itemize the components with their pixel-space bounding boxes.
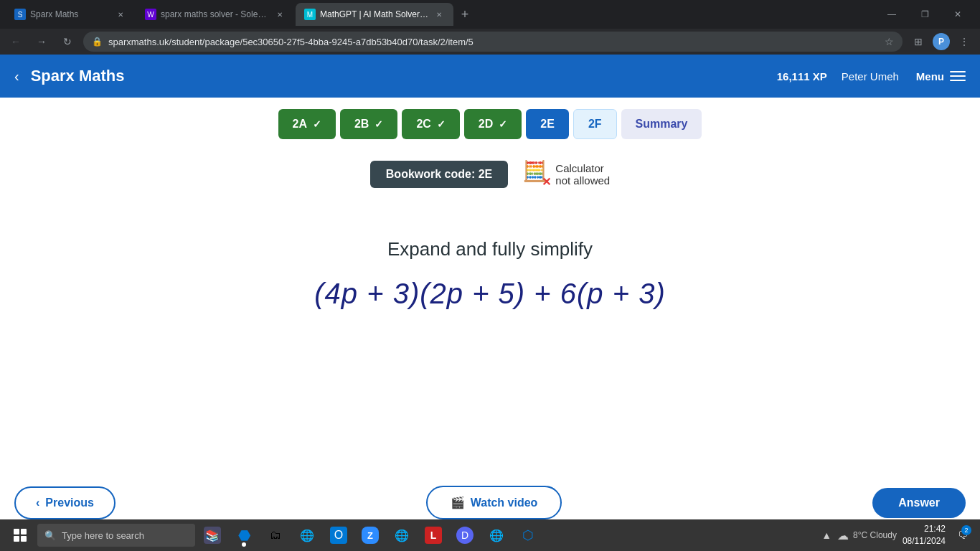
book-icon: 📚	[204, 527, 221, 544]
browser-tab-mathgpt[interactable]: M MathGPT | AI Math Solver & Ca... ✕	[296, 3, 453, 26]
taskbar-search[interactable]: 🔍 Type here to search	[37, 524, 195, 547]
hamburger-icon	[950, 71, 966, 81]
tab-2E[interactable]: 2E	[526, 109, 569, 139]
star-icon[interactable]: ☆	[885, 36, 894, 47]
clock-date: 08/11/2024	[903, 535, 946, 547]
calculator-status: Calculator not allowed	[555, 162, 610, 187]
chrome2-icon: 🌐	[393, 527, 410, 544]
content-area: Bookwork code: 2E 🧮 ✕ Calculator not all…	[0, 139, 980, 339]
taskbar-lastpass-item[interactable]: L	[419, 522, 448, 548]
taskbar-search-placeholder: Type here to search	[62, 530, 144, 541]
watch-video-label: Watch video	[471, 496, 538, 509]
tab-2A-label: 2A	[293, 118, 307, 131]
check-icon-2A: ✓	[313, 118, 321, 130]
windows-icon	[14, 529, 27, 542]
wifi-icon[interactable]: ▲	[821, 529, 831, 541]
not-allowed-label: not allowed	[555, 174, 610, 187]
tab-2C[interactable]: 2C ✓	[402, 109, 459, 139]
back-button[interactable]: ‹	[14, 68, 19, 85]
menu-button[interactable]: Menu	[916, 70, 966, 83]
tab-2B[interactable]: 2B ✓	[340, 109, 397, 139]
watch-video-button[interactable]: 🎬 Watch video	[426, 486, 562, 519]
task-tab-nav: 2A ✓ 2B ✓ 2C ✓ 2D ✓ 2E 2F Summary	[0, 98, 980, 139]
check-icon-2D: ✓	[499, 118, 507, 130]
taskbar-explorer-item[interactable]: 🗂	[261, 522, 290, 548]
answer-label: Answer	[898, 496, 940, 509]
more-options-button[interactable]: ⋮	[954, 32, 974, 52]
clock[interactable]: 21:42 08/11/2024	[903, 523, 946, 547]
browser-chrome: S Sparx Maths ✕ W sparx maths solver - S…	[0, 0, 980, 55]
xp-display: 16,111 XP	[777, 70, 827, 83]
notification-button[interactable]: 🗨 2	[951, 522, 974, 548]
bookwork-badge: Bookwork code: 2E	[370, 161, 508, 188]
weather-temp: 8°C Cloudy	[853, 530, 897, 540]
extensions-button[interactable]: ⊞	[908, 32, 928, 52]
refresh-button[interactable]: ↻	[57, 32, 77, 52]
tab-title-sparx: Sparx Maths	[30, 9, 110, 19]
tab-2F[interactable]: 2F	[573, 109, 617, 139]
profile-button[interactable]: P	[931, 32, 951, 52]
url-text: sparxmaths.uk/student/package/5ec30650-2…	[108, 37, 879, 47]
tab-2B-label: 2B	[354, 118, 369, 131]
tab-summary[interactable]: Summary	[621, 109, 702, 139]
taskbar-zoom-item[interactable]: Z	[356, 522, 385, 548]
math-instruction: Expand and fully simplify	[387, 238, 593, 260]
minimize-button[interactable]: —	[875, 0, 908, 29]
user-name: Peter Umeh	[842, 70, 899, 83]
tab-title-mathgpt: MathGPT | AI Math Solver & Ca...	[320, 9, 429, 19]
taskbar-search-icon: 🔍	[44, 530, 56, 541]
tab-indicator	[242, 542, 246, 547]
close-button[interactable]: ✕	[941, 0, 974, 29]
tab-favicon-mathgpt: M	[304, 9, 316, 20]
check-icon-2C: ✓	[437, 118, 446, 130]
check-icon-2B: ✓	[374, 118, 383, 130]
calculator-label: Calculator	[555, 162, 610, 174]
chrome3-icon: 🌐	[488, 527, 505, 544]
tab-title-solver: sparx maths solver - Solex Yaho...	[161, 9, 270, 19]
tab-close-mathgpt[interactable]: ✕	[433, 9, 445, 20]
math-expression: (4p + 3)(2p + 5) + 6(p + 3)	[314, 278, 666, 310]
tab-2A[interactable]: 2A ✓	[278, 109, 336, 139]
zoom-icon: Z	[362, 527, 379, 544]
taskbar-chrome-item[interactable]: 🌐	[293, 522, 321, 548]
explorer-icon: 🗂	[267, 527, 284, 544]
tab-favicon-solver: W	[145, 9, 156, 20]
taskbar: 🔍 Type here to search 📚 ⬣ 🗂 🌐 O Z 🌐 L D …	[0, 519, 980, 551]
bookwork-row: Bookwork code: 2E 🧮 ✕ Calculator not all…	[0, 154, 980, 195]
calculator-info: 🧮 ✕ Calculator not allowed	[522, 161, 610, 187]
app-logo: Sparx Maths	[31, 67, 777, 85]
app-header: ‹ Sparx Maths 16,111 XP Peter Umeh Menu	[0, 55, 980, 98]
taskbar-chrome2-item[interactable]: 🌐	[387, 522, 416, 548]
math-content: Expand and fully simplify (4p + 3)(2p + …	[0, 195, 980, 339]
answer-button[interactable]: Answer	[872, 488, 966, 518]
notification-badge: 2	[961, 525, 971, 535]
start-button[interactable]	[6, 522, 34, 548]
systray-icons: ▲	[821, 529, 831, 541]
tab-close-sparx[interactable]: ✕	[115, 9, 126, 20]
url-bar[interactable]: 🔒 sparxmaths.uk/student/package/5ec30650…	[83, 32, 903, 52]
back-nav-button[interactable]: ←	[6, 32, 26, 52]
previous-button[interactable]: ‹ Previous	[14, 486, 116, 519]
system-tray: ▲ ☁ 8°C Cloudy 21:42 08/11/2024 🗨 2	[821, 522, 974, 548]
chrome-icon: 🌐	[298, 527, 316, 544]
taskbar-outlook-item[interactable]: O	[324, 522, 353, 548]
clock-time: 21:42	[903, 523, 946, 535]
maximize-button[interactable]: ❐	[908, 0, 941, 29]
lastpass-icon: L	[425, 527, 442, 544]
browser-tab-solver[interactable]: W sparx maths solver - Solex Yaho... ✕	[136, 3, 294, 26]
tab-close-solver[interactable]: ✕	[274, 9, 286, 20]
previous-arrow-icon: ‹	[36, 496, 39, 509]
weather-info: ☁ 8°C Cloudy	[837, 529, 897, 542]
new-tab-button[interactable]: +	[455, 4, 475, 24]
calculator-x-icon: ✕	[542, 175, 551, 189]
taskbar-edge-item[interactable]: ⬣	[230, 522, 258, 548]
taskbar-msedge-item[interactable]: ⬡	[514, 522, 542, 548]
browser-tab-sparx[interactable]: S Sparx Maths ✕	[6, 3, 135, 26]
taskbar-discord-item[interactable]: D	[451, 522, 479, 548]
tab-2D[interactable]: 2D ✓	[464, 109, 522, 139]
previous-label: Previous	[45, 496, 94, 509]
taskbar-book-item[interactable]: 📚	[198, 522, 227, 548]
video-camera-icon: 🎬	[451, 496, 465, 509]
taskbar-chrome3-item[interactable]: 🌐	[482, 522, 511, 548]
forward-nav-button[interactable]: →	[32, 32, 52, 52]
